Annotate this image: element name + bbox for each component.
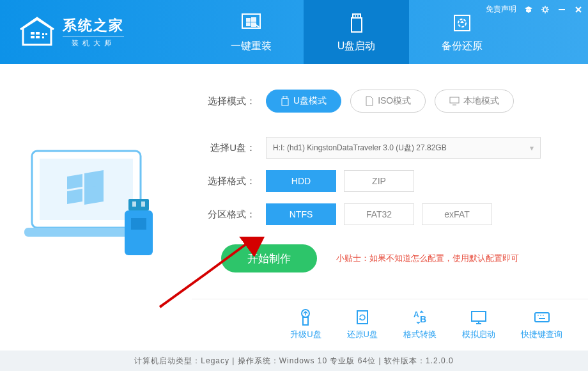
gear-icon[interactable]	[541, 5, 550, 14]
svg-rect-26	[450, 97, 459, 103]
simulate-boot-icon	[470, 308, 488, 326]
tab-label: U盘启动	[337, 40, 376, 53]
partition-label: 分区格式：	[205, 209, 256, 221]
mode-iso-button[interactable]: ISO模式	[350, 90, 426, 113]
svg-rect-5	[45, 33, 47, 35]
tool-format-convert[interactable]: AB 格式转换	[403, 308, 437, 340]
monitor-icon	[449, 97, 460, 106]
status-ver: 1.2.0.0	[426, 356, 454, 365]
svg-rect-36	[535, 313, 549, 322]
minimize-icon[interactable]	[557, 5, 566, 14]
svg-point-14	[543, 8, 547, 12]
tab-label: 备份还原	[442, 40, 483, 53]
laptop-usb-illustration-icon	[19, 132, 173, 272]
mode-local-button[interactable]: 本地模式	[435, 90, 514, 113]
house-logo-icon	[19, 17, 55, 47]
disclaimer-link[interactable]: 免责声明	[486, 4, 516, 15]
svg-rect-0	[31, 32, 35, 35]
windows-reinstall-icon	[240, 12, 263, 35]
svg-rect-2	[31, 36, 35, 38]
svg-rect-25	[282, 99, 288, 106]
mode-usb-button[interactable]: U盘模式	[266, 90, 341, 113]
hotkey-lookup-icon	[533, 308, 551, 326]
tip: 小贴士：如果不知道怎么配置，使用默认配置即可	[336, 253, 519, 264]
tip-text: 如果不知道怎么配置，使用默认配置即可	[369, 253, 519, 263]
svg-text:B: B	[420, 314, 426, 324]
header: 系统之家 装机大师 一键重装 U盘启动 备份还原 免责声明	[0, 0, 588, 64]
svg-rect-10	[355, 15, 356, 17]
partition-fat32-button[interactable]: FAT32	[344, 203, 414, 225]
drive-value: H:I: (hd1) KingstonDataTraveler 3.0 (U盘)…	[273, 143, 447, 154]
svg-rect-19	[128, 199, 149, 210]
svg-text:A: A	[414, 310, 419, 319]
drive-dropdown[interactable]: H:I: (hd1) KingstonDataTraveler 3.0 (U盘)…	[266, 137, 541, 159]
mode-label: 选择模式：	[205, 95, 256, 107]
iso-file-icon	[365, 96, 374, 106]
window-controls: 免责声明	[486, 4, 583, 15]
svg-rect-6	[42, 36, 44, 38]
partition-ntfs-button[interactable]: NTFS	[266, 203, 336, 225]
illustration	[0, 64, 192, 340]
usb-drive-icon	[345, 12, 368, 35]
svg-rect-23	[131, 218, 146, 230]
status-boot-type: Legacy	[201, 356, 229, 365]
tab-reinstall[interactable]: 一键重装	[198, 0, 304, 64]
format-zip-button[interactable]: ZIP	[344, 170, 414, 192]
usb-small-icon	[281, 96, 290, 106]
svg-rect-1	[36, 32, 40, 35]
format-convert-icon: AB	[411, 308, 429, 326]
svg-rect-3	[36, 36, 40, 38]
svg-rect-29	[303, 317, 308, 325]
graduation-icon[interactable]	[524, 5, 533, 14]
svg-rect-22	[141, 201, 145, 207]
logo-subtitle: 装机大师	[63, 36, 124, 48]
status-ver-label: 软件版本：	[384, 356, 426, 367]
logo-title: 系统之家	[63, 16, 124, 35]
svg-rect-11	[357, 15, 359, 17]
restore-usb-icon	[353, 308, 371, 326]
upgrade-usb-icon	[297, 308, 314, 326]
tip-label: 小贴士：	[336, 253, 369, 263]
statusbar: 计算机启动类型： Legacy | 操作系统： Windows 10 专业版 6…	[0, 351, 588, 371]
svg-rect-24	[283, 96, 287, 99]
tool-simulate-boot[interactable]: 模拟启动	[462, 308, 495, 340]
svg-rect-9	[352, 18, 362, 32]
start-create-button[interactable]: 开始制作	[221, 244, 317, 272]
backup-restore-icon	[451, 12, 474, 35]
close-icon[interactable]	[574, 5, 583, 14]
format-label: 选择格式：	[205, 175, 256, 187]
tool-hotkey-lookup[interactable]: 快捷键查询	[521, 308, 562, 340]
drive-label: 选择U盘：	[205, 142, 256, 154]
logo-area: 系统之家 装机大师	[0, 16, 198, 48]
status-os: Windows 10 专业版 64位	[279, 356, 376, 367]
svg-rect-20	[125, 210, 153, 255]
bottom-toolbar: 升级U盘 还原U盘 AB 格式转换 模拟启动 快捷键查询	[192, 299, 588, 340]
svg-rect-33	[472, 312, 486, 321]
tab-usb-boot[interactable]: U盘启动	[304, 0, 409, 64]
tab-label: 一键重装	[231, 40, 272, 53]
tool-restore-usb[interactable]: 还原U盘	[347, 308, 378, 340]
format-hdd-button[interactable]: HDD	[266, 170, 336, 192]
svg-rect-30	[357, 311, 368, 324]
svg-rect-4	[42, 33, 44, 35]
tool-upgrade-usb[interactable]: 升级U盘	[290, 308, 321, 340]
status-boot-type-label: 计算机启动类型：	[134, 356, 201, 367]
status-os-label: 操作系统：	[238, 356, 279, 367]
partition-exfat-button[interactable]: exFAT	[422, 203, 492, 225]
svg-rect-21	[132, 201, 136, 207]
